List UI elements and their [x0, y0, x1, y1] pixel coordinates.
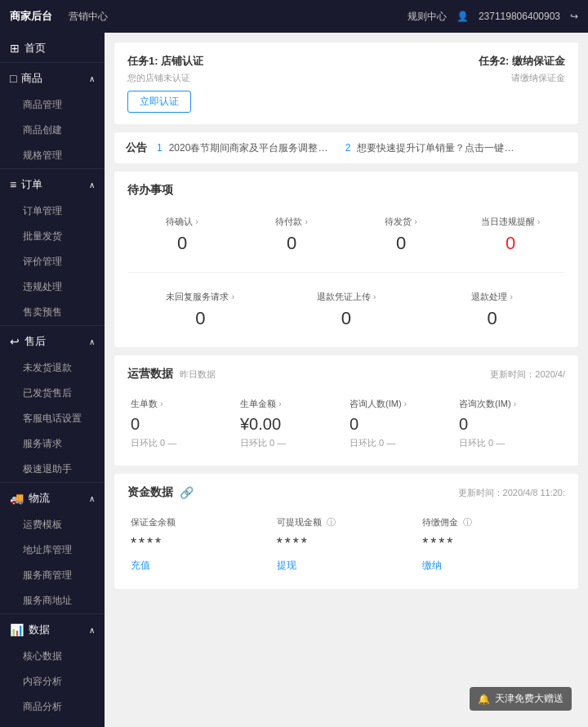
task1-btn[interactable]: 立即认证 [127, 91, 191, 113]
sidebar: ⊞ 首页 □ 商品 ∧ 商品管理 商品创建 规格管理 ≡ 订单 ∧ 订单管理 批… [0, 33, 105, 727]
info-icon-withdraw[interactable]: ⓘ [327, 517, 336, 527]
sidebar-item-home[interactable]: ⊞ 首页 [0, 33, 105, 62]
link-icon[interactable]: 🔗 [180, 486, 194, 499]
notice-item-2[interactable]: 2 想要快速提升订单销量？点击一键开通小店广告溜溜~ [345, 141, 521, 155]
todo-refund-value: 0 [422, 308, 562, 329]
sidebar-header-goods[interactable]: □ 商品 ∧ [0, 63, 105, 92]
sidebar-item-no-ship-refund[interactable]: 未发货退款 [0, 355, 105, 381]
todo-no-reply-label[interactable]: 未回复服务请求 › [131, 291, 270, 303]
sidebar-item-batch-ship[interactable]: 批量发货 [0, 224, 105, 249]
sidebar-item-content-analysis[interactable]: 内容分析 [0, 669, 105, 694]
sidebar-item-goods-create[interactable]: 商品创建 [0, 118, 105, 143]
sidebar-section-order: ≡ 订单 ∧ 订单管理 批量发货 评价管理 违规处理 售卖预售 [0, 168, 105, 325]
finance-header: 资金数据 🔗 更新时间：2020/4/8 11:20: [127, 485, 565, 500]
watermark-icon: 🔔 [478, 694, 490, 705]
finance-withdraw-label: 可提现金额 ⓘ [277, 516, 416, 529]
sidebar-section-aftersale: ↩ 售后 ∧ 未发货退款 已发货售后 客服电话设置 服务请求 极速退助手 [0, 325, 105, 482]
sidebar-item-review-mgmt[interactable]: 评价管理 [0, 249, 105, 274]
ops-orders-value: 0 [131, 415, 234, 434]
sidebar-item-shipped-aftersale[interactable]: 已发货售后 [0, 381, 105, 406]
sidebar-item-presale[interactable]: 售卖预售 [0, 300, 105, 325]
finance-deposit-link[interactable]: 充值 [131, 559, 270, 573]
notice-items: 1 2020春节期间商家及平台服务调整公告（六） 2 想要快速提升订单销量？点击… [157, 141, 567, 155]
notice-num-1: 1 [157, 142, 163, 154]
sidebar-item-service-req[interactable]: 服务请求 [0, 431, 105, 457]
task1-title: 任务1: 店铺认证 [127, 54, 330, 69]
sidebar-item-provider-addr[interactable]: 服务商地址 [0, 588, 105, 613]
sidebar-header-data[interactable]: 📊 数据 ∧ [0, 614, 105, 644]
finance-section: 资金数据 🔗 更新时间：2020/4/8 11:20: 保证金余额 **** 充… [114, 474, 578, 589]
ops-sub: 昨日数据 [180, 368, 216, 381]
finance-item-commission: 待缴佣金 ⓘ **** 缴纳 [419, 511, 565, 578]
layout: ⊞ 首页 □ 商品 ∧ 商品管理 商品创建 规格管理 ≡ 订单 ∧ 订单管理 批… [0, 33, 588, 727]
sidebar-header-aftersale[interactable]: ↩ 售后 ∧ [0, 326, 105, 355]
sidebar-goods-label: 商品 [21, 71, 42, 86]
sidebar-item-cs-phone[interactable]: 客服电话设置 [0, 406, 105, 431]
user-id: 237119806400903 [479, 11, 560, 22]
chevron-data: ∧ [89, 626, 95, 635]
watermark: 🔔 天津免费大赠送 [470, 687, 572, 711]
logistics-icon: 🚚 [10, 492, 24, 505]
todo-voucher-label[interactable]: 退款凭证上传 › [277, 291, 416, 303]
sidebar-order-label: 订单 [21, 177, 42, 192]
ops-header: 运营数据 昨日数据 更新时间：2020/4/ [127, 367, 565, 381]
ops-inquiries-label[interactable]: 咨询人数(IM) › [350, 398, 452, 410]
notice-item-1[interactable]: 1 2020春节期间商家及平台服务调整公告（六） [157, 141, 332, 155]
sidebar-section-logistics: 🚚 物流 ∧ 运费模板 地址库管理 服务商管理 服务商地址 [0, 482, 105, 613]
sidebar-item-fast-refund[interactable]: 极速退助手 [0, 457, 105, 482]
logout-icon[interactable]: ↪ [570, 11, 578, 22]
todo-item-confirm: 待确认 › 0 [127, 209, 237, 261]
sidebar-item-core-data[interactable]: 核心数据 [0, 644, 105, 669]
sidebar-home-label: 首页 [24, 41, 46, 56]
finance-item-withdraw: 可提现金额 ⓘ **** 提现 [274, 511, 420, 578]
ops-orders-compare: 日环比 0 — [131, 437, 234, 449]
ops-inquiries-compare: 日环比 0 — [350, 437, 452, 449]
ops-update: 更新时间：2020/4/ [490, 368, 565, 381]
finance-grid: 保证金余额 **** 充值 可提现金额 ⓘ **** 提现 待缴佣金 ⓘ [127, 511, 565, 578]
info-icon-commission[interactable]: ⓘ [463, 517, 472, 527]
sidebar-item-goods-mgmt[interactable]: 商品管理 [0, 92, 105, 118]
sidebar-item-order-mgmt[interactable]: 订单管理 [0, 198, 105, 224]
ops-grid: 生单数 › 0 日环比 0 — 生单金额 › ¥0.00 日环比 0 — 咨询人… [127, 393, 565, 454]
sidebar-data-label: 数据 [29, 622, 50, 637]
sidebar-item-goods-spec[interactable]: 规格管理 [0, 143, 105, 168]
todo-payment-label[interactable]: 待付款 › [240, 216, 343, 228]
todo-violation-label[interactable]: 当日违规提醒 › [459, 216, 562, 228]
goods-icon: □ [10, 72, 16, 85]
aftersale-icon: ↩ [10, 335, 20, 348]
ops-item-amount: 生单金额 › ¥0.00 日环比 0 — [237, 393, 346, 454]
todo-violation-value: 0 [459, 233, 562, 254]
sidebar-item-address-lib[interactable]: 地址库管理 [0, 537, 105, 563]
finance-commission-link[interactable]: 缴纳 [422, 559, 562, 573]
todo-ship-label[interactable]: 待发货 › [350, 216, 452, 228]
sidebar-item-violation[interactable]: 违规处理 [0, 274, 105, 300]
rules-center-link[interactable]: 规则中心 [408, 10, 447, 24]
finance-commission-value: **** [422, 535, 562, 552]
finance-title-block: 资金数据 🔗 [127, 485, 194, 500]
task2-title: 任务2: 缴纳保证金 [363, 54, 566, 69]
sidebar-header-logistics[interactable]: 🚚 物流 ∧ [0, 483, 105, 512]
todo-section: 待办事项 待确认 › 0 待付款 › 0 待发货 › [114, 172, 578, 347]
sidebar-item-freight-tpl[interactable]: 运费模板 [0, 512, 105, 537]
brand-merchant: 商家后台 [10, 9, 52, 24]
todo-row1: 待确认 › 0 待付款 › 0 待发货 › 0 [127, 209, 565, 273]
finance-deposit-label: 保证金余额 [131, 516, 270, 529]
ops-amount-label[interactable]: 生单金额 › [240, 398, 343, 410]
todo-payment-value: 0 [240, 233, 343, 254]
brand-marketing[interactable]: 营销中心 [69, 10, 108, 24]
sidebar-item-provider-mgmt[interactable]: 服务商管理 [0, 563, 105, 588]
notice-bar: 公告 1 2020春节期间商家及平台服务调整公告（六） 2 想要快速提升订单销量… [114, 132, 578, 163]
todo-confirm-label[interactable]: 待确认 › [131, 216, 234, 228]
order-icon: ≡ [10, 178, 16, 191]
sidebar-item-goods-analysis[interactable]: 商品分析 [0, 694, 105, 720]
task1-sub: 您的店铺未认证 [127, 72, 330, 84]
finance-withdraw-link[interactable]: 提现 [277, 559, 416, 573]
sidebar-aftersale-label: 售后 [24, 334, 46, 349]
todo-refund-label[interactable]: 退款处理 › [422, 291, 562, 303]
ops-item-orders: 生单数 › 0 日环比 0 — [127, 393, 237, 454]
ops-inquiry-count-label[interactable]: 咨询次数(IM) › [459, 398, 562, 410]
sidebar-item-dsr-data[interactable]: DSR数据 [0, 720, 105, 727]
ops-orders-label[interactable]: 生单数 › [131, 398, 234, 410]
todo-no-reply-value: 0 [131, 308, 270, 329]
sidebar-header-order[interactable]: ≡ 订单 ∧ [0, 169, 105, 198]
